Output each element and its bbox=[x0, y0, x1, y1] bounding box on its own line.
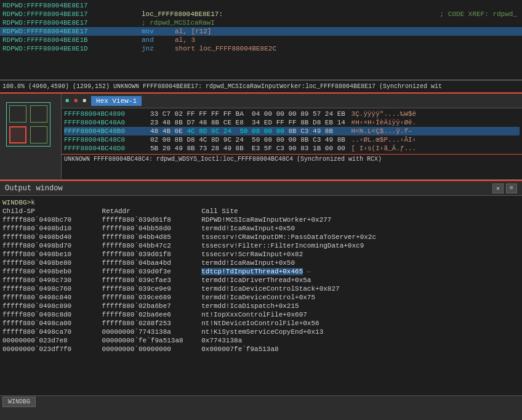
hex-ascii-2: H<N.L<Ç$...ÿ.f– bbox=[347, 127, 412, 135]
stack-line-15: 00000000`023df7f0 00000000`00000000 0x00… bbox=[2, 345, 520, 353]
child-sp-6: fffff880`0498beb0 bbox=[2, 268, 98, 275]
ret-addr-1: fffff880`04bb58d0 bbox=[102, 225, 198, 232]
hex-panel-header: ■ ■ ■ Hex View-1 bbox=[62, 94, 522, 108]
code-line-2: RDPWD:FFFF88004BE8E17 ; rdpwd_MCSIcaRawI bbox=[0, 18, 522, 27]
code-addr-1: RDPWD:FFFF88004BE8E17 bbox=[2, 10, 138, 18]
hex-ascii-1: #H‹×H‹ÎèÄíÿÿ‹Øë. bbox=[347, 119, 416, 126]
call-site-4: tssecsrv!ScrRawInput+0x82 bbox=[201, 251, 303, 258]
child-sp-2: fffff880`0498bd40 bbox=[2, 233, 98, 241]
hex-line-3: FFFF88004BC48C0 02 00 8B D8 4C 8D 9C 24 … bbox=[64, 135, 520, 144]
output-prompt: WINDBG>k bbox=[2, 198, 520, 207]
ret-addr-14: 00000000`fe`f9a513a8 bbox=[102, 337, 198, 344]
hex-line-0: FFFF88004BC4890 33 C7 02 FF FF FF FF BA … bbox=[64, 110, 520, 118]
stack-line-0: fffff880`0498bc70 fffff880`039d01f8 RDPW… bbox=[2, 216, 520, 224]
ret-addr-4: fffff880`039d01f8 bbox=[102, 251, 198, 258]
code-mnemonic-4: and bbox=[138, 36, 175, 44]
stack-line-13: fffff880`0498ca70 00000000`7743138a nt!K… bbox=[2, 328, 520, 336]
hex-content: FFFF88004BC4890 33 C7 02 FF FF FF FF BA … bbox=[62, 108, 522, 154]
left-register-panel bbox=[0, 94, 62, 179]
code-operand-5: short loc_FFFF88004BE8E2C bbox=[175, 45, 276, 52]
call-site-14: 0x7743138a bbox=[201, 337, 242, 344]
call-site-2: tssecsrv!CRawInputDM::PassDataToServer+0… bbox=[201, 233, 376, 241]
color-icon-gray[interactable]: ■ bbox=[82, 97, 86, 104]
code-operand-4: al, 3 bbox=[175, 36, 195, 44]
stack-line-8: fffff880`0498c760 fffff880`039ce9e9 term… bbox=[2, 285, 520, 293]
code-addr-2: RDPWD:FFFF88004BE8E17 bbox=[2, 19, 138, 26]
color-icon-red[interactable]: ■ bbox=[74, 97, 78, 104]
code-comment-1: ; CODE XREF: rdpwd_ bbox=[440, 10, 520, 18]
hex-panel-tab[interactable]: Hex View-1 bbox=[91, 96, 142, 106]
hex-ascii-4: [ I‹s(I‹ã_Ã.ƒ... bbox=[347, 145, 416, 152]
hex-addr-3: FFFF88004BC48C0 bbox=[64, 136, 150, 143]
highlighted-call-site: tdtcp!TdInputThread+0x465 bbox=[201, 268, 303, 275]
code-comment-2: ; rdpwd_MCSIcaRawI bbox=[142, 19, 217, 26]
stack-line-6: fffff880`0498beb0 fffff880`039d0f3e tdtc… bbox=[2, 267, 520, 276]
code-addr-0: RDPWD:FFFF88004BE8E17 bbox=[2, 2, 138, 9]
ret-addr-10: fffff880`02ba6be7 bbox=[102, 302, 198, 310]
col-ret-header: RetAddr bbox=[102, 208, 198, 215]
stack-line-3: fffff880`0498bd70 fffff880`04bb47c2 tsse… bbox=[2, 241, 520, 250]
ret-addr-11: fffff880`02ba6ee6 bbox=[102, 311, 198, 318]
hex-bytes-1: 23 48 8B D7 48 8B CE E8 34 ED FF FF 8B D… bbox=[150, 119, 347, 126]
hex-bytes-3: 02 00 8B D8 4C 8D 9C 24 50 08 00 00 8B C… bbox=[150, 136, 347, 143]
call-site-1: termdd!IcaRawInput+0x50 bbox=[201, 225, 295, 232]
output-header-line: Child-SP RetAddr Call Site bbox=[2, 207, 520, 216]
hex-addr-1: FFFF88004BC48A0 bbox=[64, 119, 150, 126]
call-site-10: termdd!IcaDispatch+0x215 bbox=[201, 302, 299, 310]
middle-area: ■ ■ ■ Hex View-1 FFFF88004BC4890 33 C7 0… bbox=[0, 94, 522, 180]
output-view-button[interactable]: ≡ bbox=[506, 184, 517, 193]
output-window: Output window ✕ ≡ WINDBG>k Child-SP RetA… bbox=[0, 180, 522, 395]
call-site-5: termdd!IcaRawInput+0x50 bbox=[201, 259, 295, 267]
ret-addr-0: fffff880`039d01f8 bbox=[102, 216, 198, 224]
code-addr-5: RDPWD:FFFF88004BE8E1D bbox=[2, 45, 138, 52]
code-mnemonic-3: mov bbox=[138, 28, 175, 35]
stack-line-9: fffff880`0498c840 fffff880`039ce689 term… bbox=[2, 293, 520, 302]
child-sp-9: fffff880`0498c840 bbox=[2, 294, 98, 301]
ret-addr-3: fffff880`04bb47c2 bbox=[102, 242, 198, 249]
hex-line-2: FFFF88004BC48B0 48 4B 0E 4C 8D 9C 24 50 … bbox=[64, 127, 520, 135]
stack-line-14: 00000000`023d7e8 00000000`fe`f9a513a8 0x… bbox=[2, 336, 520, 345]
child-sp-7: fffff880`0498c730 bbox=[2, 277, 98, 284]
output-close-button[interactable]: ✕ bbox=[492, 184, 504, 193]
call-site-7: termdd!IcaDriverThread+0x5a bbox=[201, 277, 311, 284]
ret-addr-15: 00000000`00000000 bbox=[102, 345, 198, 353]
child-sp-14: 00000000`023d7e8 bbox=[2, 337, 98, 344]
call-site-13: nt!KiSystemServiceCopyEnd+0x13 bbox=[201, 328, 323, 336]
bottom-status-bar: WINDBG bbox=[0, 395, 522, 408]
code-line-5: RDPWD:FFFF88004BE8E1D jnz short loc_FFFF… bbox=[0, 44, 522, 53]
code-line-4: RDPWD:FFFF88004BE8E1B and al, 3 bbox=[0, 36, 522, 44]
call-site-6: tdtcp!TdInputThread+0x465 ← bbox=[201, 268, 311, 275]
code-line-3: RDPWD:FFFF88004BE8E17 mov al, [r12] bbox=[0, 27, 522, 36]
col-site-header: Call Site bbox=[201, 208, 238, 215]
ret-addr-6: fffff880`039d0f3e bbox=[102, 268, 198, 275]
stack-line-10: fffff880`0498c890 fffff880`02ba6be7 term… bbox=[2, 302, 520, 310]
color-icon-cyan[interactable]: ■ bbox=[65, 97, 69, 104]
code-operand-3: al, [r12] bbox=[175, 28, 211, 35]
stack-line-7: fffff880`0498c730 fffff880`039cfae3 term… bbox=[2, 276, 520, 285]
hex-addr-2: FFFF88004BC48B0 bbox=[64, 127, 150, 135]
hex-line-1: FFFF88004BC48A0 23 48 8B D7 48 8B CE E8 … bbox=[64, 118, 520, 127]
ret-addr-12: fffff880`0288f253 bbox=[102, 320, 198, 327]
call-site-11: nt!IopXxxControlFile+0x607 bbox=[201, 311, 307, 318]
call-site-0: RDPWD!MCSIcaRawInputWorker+0x277 bbox=[201, 216, 331, 224]
ret-addr-5: fffff880`04baa4bd bbox=[102, 259, 198, 267]
child-sp-13: fffff880`0498ca70 bbox=[2, 328, 98, 336]
ret-addr-13: 00000000`7743138a bbox=[102, 328, 198, 336]
col-child-header: Child-SP bbox=[2, 208, 98, 215]
ret-addr-8: fffff880`039ce9e9 bbox=[102, 285, 198, 293]
stack-line-12: fffff880`0498ca00 fffff880`0288f253 nt!N… bbox=[2, 319, 520, 328]
disassembly-panel: RDPWD:FFFF88004BE8E17 RDPWD:FFFF88004BE8… bbox=[0, 0, 522, 80]
status-text-top: 100.0% (4960,4590) (1299,152) UNKNOWN FF… bbox=[2, 83, 442, 90]
call-site-8: termdd!IcaDeviceControlStack+0x827 bbox=[201, 285, 339, 293]
windbg-tab[interactable]: WINDBG bbox=[2, 397, 36, 407]
code-line-1: RDPWD:FFFF88004BE8E17 loc_FFFF88004BE8E1… bbox=[0, 10, 522, 18]
call-site-3: tssecsrv!Filter::FilterIncomingData+0xc9 bbox=[201, 242, 364, 249]
child-sp-8: fffff880`0498c760 bbox=[2, 285, 98, 293]
ret-addr-2: fffff880`04bb4d85 bbox=[102, 233, 198, 241]
hex-bytes-0: 33 C7 02 FF FF FF FF BA 04 00 00 00 89 5… bbox=[150, 110, 347, 118]
child-sp-10: fffff880`0498c890 bbox=[2, 302, 98, 310]
child-sp-11: fffff880`0498c8d0 bbox=[2, 311, 98, 318]
child-sp-12: fffff880`0498ca00 bbox=[2, 320, 98, 327]
hex-bytes-2: 48 4B 0E 4C 8D 9C 24 50 08 00 00 8B C3 4… bbox=[150, 127, 347, 135]
child-sp-0: fffff880`0498bc70 bbox=[2, 216, 98, 224]
